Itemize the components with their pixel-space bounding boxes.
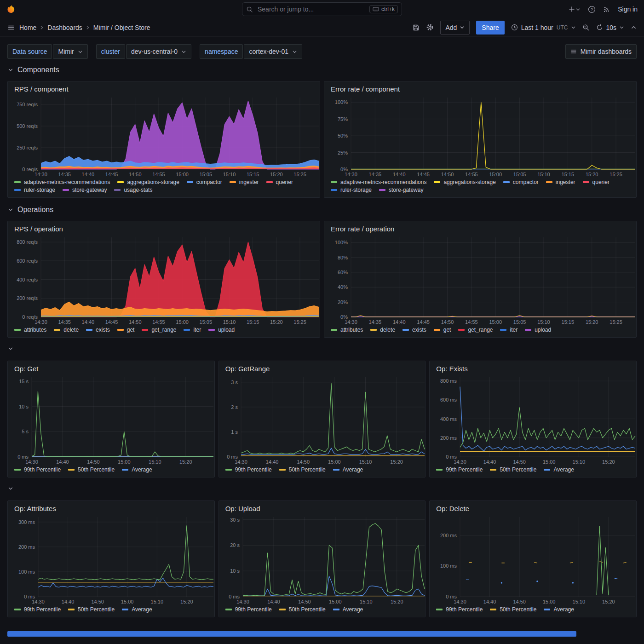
legend-item[interactable]: upload — [208, 327, 235, 333]
legend-item[interactable]: Average — [333, 466, 363, 473]
refresh-picker[interactable]: 10s — [596, 24, 624, 31]
row-header-components[interactable]: Components — [7, 64, 637, 75]
legend-item[interactable]: 50th Percentile — [68, 606, 115, 613]
legend-item[interactable]: aggregations-storage — [434, 179, 495, 185]
zoom-out-icon[interactable] — [582, 24, 590, 31]
chart-op-exists[interactable]: 14:3014:4014:5015:0015:1015:200 ms200 ms… — [430, 374, 636, 465]
sign-in-link[interactable]: Sign in — [618, 6, 638, 13]
variable-value-datasource[interactable]: Mimir — [53, 44, 87, 59]
news-rss-icon[interactable] — [603, 6, 610, 13]
time-range-picker[interactable]: Last 1 hour UTC — [511, 24, 576, 31]
legend-item[interactable]: attributes — [14, 327, 46, 333]
search-input[interactable] — [257, 5, 366, 13]
legend-item[interactable]: adaptive-metrics-recommendations — [14, 179, 110, 185]
legend-item[interactable]: Average — [122, 466, 152, 473]
menu-hamburger-icon[interactable] — [7, 24, 15, 31]
panel-title[interactable]: Op: Get — [8, 361, 214, 374]
legend-item[interactable]: iter — [184, 327, 201, 333]
panel-title[interactable]: Error rate / component — [324, 81, 636, 94]
collapsed-row-toggle[interactable] — [7, 344, 637, 353]
legend-item[interactable]: ruler-storage — [14, 187, 55, 193]
panel-title[interactable]: Op: Upload — [219, 501, 426, 513]
share-button[interactable]: Share — [476, 21, 504, 34]
legend-item[interactable]: Average — [544, 606, 574, 613]
panel-title[interactable]: Op: Exists — [430, 361, 636, 374]
variable-value-namespace[interactable]: cortex-dev-01 — [244, 44, 302, 59]
legend-item[interactable]: store-gateway — [63, 187, 107, 193]
collapsed-row-toggle[interactable] — [7, 484, 637, 493]
legend-item[interactable]: compactor — [187, 179, 222, 185]
legend-item[interactable]: iter — [500, 327, 518, 333]
legend-item[interactable]: 99th Percentile — [225, 466, 272, 473]
mimir-dashboards-button[interactable]: Mimir dashboards — [565, 44, 637, 59]
legend-item[interactable]: exists — [86, 327, 110, 333]
search-box[interactable]: ctrl+k — [242, 2, 402, 16]
legend-marker — [54, 329, 60, 331]
chevron-down-icon — [460, 25, 465, 30]
legend-item[interactable]: Average — [333, 606, 363, 613]
svg-text:14:50: 14:50 — [129, 319, 142, 325]
legend-item[interactable]: get_range — [142, 327, 176, 333]
svg-text:200 ms: 200 ms — [440, 435, 457, 441]
breadcrumb-dashboards[interactable]: Dashboards — [47, 24, 82, 31]
collapse-toolbar-chevron-up-icon[interactable] — [631, 24, 637, 30]
legend-label: Average — [343, 606, 363, 613]
legend-item[interactable]: ingester — [230, 179, 259, 185]
variable-value-cluster[interactable]: dev-us-central-0 — [126, 44, 191, 59]
legend-item[interactable]: 99th Percentile — [436, 606, 483, 613]
legend-item[interactable]: usage-stats — [114, 187, 152, 193]
chart-rps-operation[interactable]: 14:3014:3514:4014:4514:5014:5515:0015:05… — [8, 234, 320, 325]
legend-marker — [458, 329, 465, 331]
legend-item[interactable]: 99th Percentile — [14, 466, 61, 473]
chart-error-rate-component[interactable]: 14:3014:3514:4014:4514:5014:5515:0015:05… — [324, 94, 636, 178]
panel-title[interactable]: Op: Delete — [430, 501, 636, 513]
chart-op-delete[interactable]: 14:3014:4014:5015:0015:1015:200 ms100 ms… — [430, 513, 636, 605]
row-header-operations[interactable]: Operations — [7, 204, 637, 215]
grafana-logo[interactable] — [6, 4, 17, 14]
settings-gear-icon[interactable] — [426, 23, 434, 31]
chart-error-rate-operation[interactable]: 14:3014:3514:4014:4514:5014:5515:0015:05… — [324, 234, 636, 325]
legend-item[interactable]: 99th Percentile — [14, 606, 61, 613]
chart-op-getrange[interactable]: 14:3014:4014:5015:0015:1015:200 ms1 s2 s… — [219, 374, 426, 465]
legend-item[interactable]: get — [434, 327, 451, 333]
chart-op-upload[interactable]: 14:3014:4014:5015:0015:1015:200 ms10 s20… — [219, 513, 426, 605]
selected-row-bar[interactable] — [7, 631, 576, 637]
legend-item[interactable]: delete — [370, 327, 395, 333]
legend-item[interactable]: 50th Percentile — [490, 606, 536, 613]
legend-item[interactable]: 99th Percentile — [225, 606, 272, 613]
help-icon[interactable]: ? — [588, 6, 596, 13]
legend-item[interactable]: aggregations-storage — [117, 179, 179, 185]
legend-item[interactable]: get — [117, 327, 135, 333]
legend-item[interactable]: 50th Percentile — [279, 466, 326, 473]
legend-item[interactable]: exists — [402, 327, 426, 333]
panel-title[interactable]: Op: GetRange — [219, 361, 426, 374]
chart-op-attributes[interactable]: 14:3014:4014:5015:0015:1015:200 ms100 ms… — [8, 513, 214, 605]
legend-item[interactable]: querier — [266, 179, 293, 185]
add-button[interactable]: Add — [440, 21, 470, 34]
legend-item[interactable]: Average — [544, 466, 574, 473]
legend-item[interactable]: 50th Percentile — [490, 466, 536, 473]
panel-title[interactable]: RPS / component — [8, 81, 320, 94]
chart-op-get[interactable]: 14:3014:4014:5015:0015:1015:200 ms5 s10 … — [8, 374, 214, 465]
legend-item[interactable]: querier — [583, 179, 610, 185]
legend-item[interactable]: 50th Percentile — [279, 606, 326, 613]
legend-item[interactable]: 50th Percentile — [68, 466, 115, 473]
legend-item[interactable]: upload — [525, 327, 551, 333]
legend-item[interactable]: get_range — [458, 327, 493, 333]
legend-item[interactable]: delete — [54, 327, 79, 333]
legend-item[interactable]: compactor — [503, 179, 539, 185]
panel-title[interactable]: Op: Attributes — [8, 501, 214, 513]
legend-item[interactable]: Average — [122, 606, 152, 613]
panel-title[interactable]: RPS / operation — [8, 221, 320, 234]
legend-item[interactable]: adaptive-metrics-recommendations — [331, 179, 426, 185]
legend-item[interactable]: ruler-storage — [331, 187, 372, 193]
legend-item[interactable]: store-gateway — [379, 187, 423, 193]
legend-item[interactable]: attributes — [331, 327, 363, 333]
chart-rps-component[interactable]: 14:3014:3514:4014:4514:5014:5515:0015:05… — [8, 94, 320, 178]
new-plus-button[interactable] — [568, 6, 581, 13]
breadcrumb-home[interactable]: Home — [19, 24, 36, 31]
save-dashboard-icon[interactable] — [412, 24, 420, 31]
panel-title[interactable]: Error rate / operation — [324, 221, 636, 234]
legend-item[interactable]: 99th Percentile — [436, 466, 483, 473]
legend-item[interactable]: ingester — [546, 179, 575, 185]
